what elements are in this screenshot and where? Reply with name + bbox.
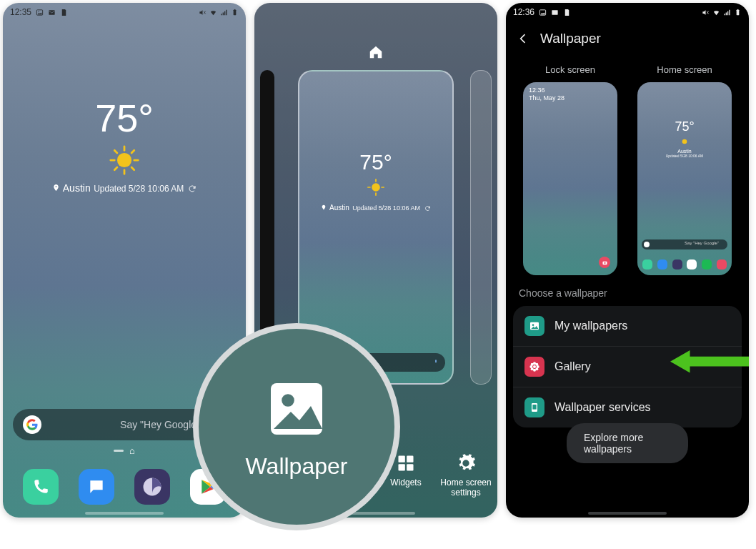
camera-shortcut-icon [599, 257, 610, 268]
svg-rect-24 [435, 360, 437, 362]
svg-rect-29 [399, 464, 405, 470]
lock-screen-preview[interactable]: 12:36 Thu, May 28 [523, 82, 617, 275]
svg-line-13 [131, 150, 134, 153]
mute-icon [702, 9, 710, 16]
widgets-icon [396, 453, 416, 473]
page-title: Wallpaper [540, 31, 601, 46]
wallpaper-settings-screen: 12:36 Wallpaper Lock screen 12:36 [506, 3, 749, 518]
image-icon [524, 316, 544, 336]
wallpaper-callout: Wallpaper [193, 323, 400, 530]
svg-point-45 [531, 363, 534, 366]
svg-point-37 [682, 139, 687, 144]
battery-icon [734, 9, 742, 16]
temperature: 75° [3, 96, 246, 140]
svg-point-47 [531, 367, 534, 370]
svg-point-53 [282, 394, 294, 407]
sun-icon [109, 144, 140, 176]
mic-icon [432, 359, 439, 366]
explore-more-button[interactable]: Explore more wallpapers [567, 423, 688, 463]
svg-point-48 [535, 367, 538, 370]
gear-icon [456, 453, 476, 473]
wallpaper-source-list: My wallpapers Gallery Wallpaper services [513, 306, 742, 427]
messages-app[interactable] [79, 469, 114, 505]
status-time: 12:35 [10, 7, 31, 17]
svg-point-39 [532, 324, 534, 326]
nav-gesture-bar [85, 512, 164, 515]
mail-icon [48, 9, 56, 16]
svg-rect-32 [552, 10, 557, 14]
mute-icon [199, 9, 207, 16]
home-icon [368, 44, 384, 60]
svg-point-46 [535, 363, 538, 366]
battery-icon [231, 9, 239, 16]
wallpaper-services-option[interactable]: Wallpaper services [513, 387, 742, 427]
wifi-icon [712, 9, 720, 16]
svg-rect-27 [399, 456, 405, 463]
svg-rect-30 [407, 464, 413, 470]
phone-app[interactable] [23, 469, 59, 505]
google-icon [23, 415, 41, 434]
home-screen-preview-label: Home screen [657, 64, 712, 75]
svg-point-36 [604, 262, 605, 263]
svg-rect-3 [234, 9, 237, 14]
image-icon [36, 9, 44, 16]
flower-icon [524, 357, 544, 377]
home-settings-label: Home screensettings [440, 478, 491, 498]
search-hint: Say "Hey Google" [120, 419, 200, 430]
svg-point-16 [96, 484, 98, 486]
svg-rect-34 [737, 9, 739, 9]
temperature: 75° [299, 150, 452, 174]
home-screen-preview[interactable]: 75° Austin Updated 5/28 10:06 AM Say "He… [637, 82, 732, 275]
home-settings-action[interactable]: Home screensettings [437, 453, 494, 498]
lock-screen-preview-label: Lock screen [545, 64, 595, 75]
svg-rect-33 [737, 9, 740, 14]
weather-widget[interactable]: 75° Austin Updated 5/28 10:06 AM [3, 96, 246, 195]
svg-rect-28 [407, 456, 413, 463]
svg-point-40 [533, 365, 536, 368]
svg-point-15 [93, 484, 95, 486]
section-label: Choose a wallpaper [519, 287, 607, 299]
status-time: 12:36 [513, 7, 534, 17]
svg-line-12 [114, 167, 117, 170]
status-bar: 12:36 [506, 3, 749, 21]
svg-rect-4 [234, 9, 236, 9]
page-header: Wallpaper [506, 24, 749, 53]
wallpaper-services-icon [524, 397, 544, 417]
signal-icon [220, 9, 228, 16]
status-bar: 12:35 [3, 3, 246, 21]
svg-rect-2 [49, 10, 54, 14]
gallery-option[interactable]: Gallery [513, 347, 742, 387]
signal-icon [723, 9, 731, 16]
my-wallpapers-option[interactable]: My wallpapers [513, 306, 742, 347]
svg-line-11 [131, 167, 134, 170]
internet-app[interactable] [134, 469, 170, 505]
image-icon [262, 375, 331, 443]
home-indicator-icon: ⌂ [129, 445, 135, 456]
svg-point-5 [117, 153, 131, 167]
location: Austin [52, 182, 91, 194]
weather-updated: Updated 5/28 10:06 AM [94, 184, 197, 194]
sun-icon [366, 177, 386, 197]
doc-icon [563, 9, 571, 16]
svg-point-1 [38, 11, 39, 11]
svg-point-19 [372, 183, 380, 192]
svg-point-17 [98, 484, 100, 486]
doc-icon [60, 9, 68, 16]
image-icon [539, 9, 547, 16]
nav-gesture-bar [588, 512, 667, 515]
mail-icon [551, 9, 559, 16]
svg-line-10 [114, 150, 117, 153]
wallpaper-callout-label: Wallpaper [246, 453, 348, 480]
back-button[interactable] [516, 31, 530, 46]
page-preview-right[interactable] [470, 70, 492, 385]
svg-rect-50 [532, 405, 536, 410]
wifi-icon [209, 9, 217, 16]
